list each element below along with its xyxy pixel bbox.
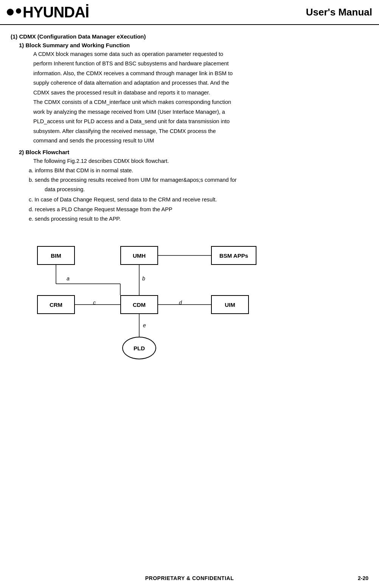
para6: The CDMX consists of a CDM_interface uni… bbox=[33, 98, 368, 106]
item-c: c. In case of Data Change Request, send … bbox=[29, 195, 368, 204]
para3: information. Also, the CDMX receives a c… bbox=[33, 69, 368, 77]
para10: command and sends the processing result … bbox=[33, 136, 368, 145]
item-e: e. sends processing result to the APP. bbox=[29, 215, 368, 223]
logo-dot-icon bbox=[7, 9, 14, 15]
item-a: a. informs BIM that CDM is in normal sta… bbox=[29, 166, 368, 175]
para5: CDMX saves the processed result in datab… bbox=[33, 88, 368, 97]
logo-area: HYUNDAİ bbox=[7, 4, 89, 21]
label-d: d bbox=[179, 300, 182, 306]
main-content: (1) CDMX (Configuration Data Manager eXe… bbox=[0, 25, 379, 371]
label-a: a bbox=[67, 275, 70, 282]
subsection1-title: 1) Block Summary and Working Function bbox=[19, 42, 368, 48]
para4: supply coherence of data alternation and… bbox=[33, 79, 368, 87]
para8: PLD_access unit for PLD access and a Dat… bbox=[33, 117, 368, 125]
item-b-line1: b. sends the processing results received… bbox=[29, 176, 368, 184]
bsm-apps-box: BSM APPs bbox=[211, 246, 256, 265]
subsection2-title: 2) Block Flowchart bbox=[19, 149, 368, 155]
label-b: b bbox=[142, 275, 145, 282]
pld-box: PLD bbox=[122, 337, 156, 359]
page-title: User's Manual bbox=[306, 6, 372, 18]
para9: subsystem. After classifying the receive… bbox=[33, 127, 368, 135]
header: HYUNDAİ User's Manual bbox=[0, 0, 379, 25]
cdm-box: CDM bbox=[120, 295, 158, 314]
uim-box: UIM bbox=[211, 295, 249, 314]
page-number: 2-20 bbox=[358, 575, 368, 581]
block-diagram: BIM UMH BSM APPs CRM CDM UIM PLD a b c d… bbox=[26, 235, 290, 363]
footer-text: PROPRIETARY & CONFIDENTIAL bbox=[145, 575, 234, 581]
item-b-line2: data processing. bbox=[45, 185, 368, 194]
bim-box: BIM bbox=[37, 246, 75, 265]
label-e: e bbox=[143, 322, 146, 328]
crm-box: CRM bbox=[37, 295, 75, 314]
umh-box: UMH bbox=[120, 246, 158, 265]
para1: A CDMX block manages some data such as o… bbox=[33, 50, 368, 58]
label-c: c bbox=[93, 300, 96, 306]
para7: work by analyzing the message received f… bbox=[33, 108, 368, 116]
section1-title: (1) CDMX (Configuration Data Manager eXe… bbox=[11, 33, 368, 40]
logo-text: HYUNDAİ bbox=[16, 4, 89, 21]
item-d: d. receives a PLD Change Request Message… bbox=[29, 205, 368, 214]
flowchart-intro: The following Fig.2.12 describes CDMX bl… bbox=[33, 157, 368, 166]
footer: PROPRIETARY & CONFIDENTIAL 2-20 bbox=[0, 575, 379, 581]
para2: perform Inherent function of BTS and BSC… bbox=[33, 59, 368, 68]
